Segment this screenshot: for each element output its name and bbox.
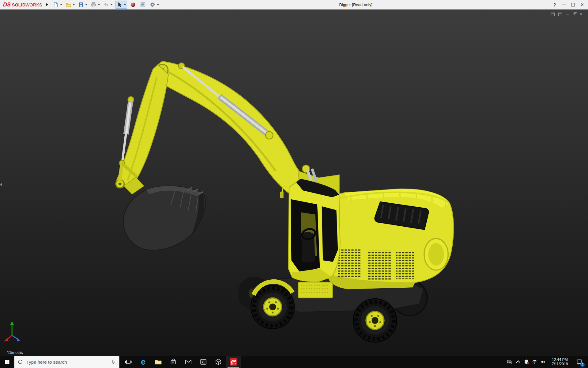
- taskbar-clock[interactable]: 12:44 PM 7/11/2018: [547, 356, 573, 368]
- close-button[interactable]: ×: [578, 0, 587, 10]
- file-properties-icon: [140, 2, 146, 8]
- taskbar-search[interactable]: [14, 356, 119, 368]
- document-window-controls: ×: [551, 12, 582, 16]
- doc-window-icon[interactable]: [551, 13, 555, 16]
- edge-icon: e: [141, 358, 145, 366]
- open-dropdown[interactable]: [73, 4, 75, 5]
- quick-access-toolbar: [52, 1, 162, 9]
- hidden-icons-button[interactable]: [514, 356, 522, 368]
- volume-button[interactable]: [539, 356, 547, 368]
- print-icon: [91, 2, 96, 8]
- task-view-button[interactable]: [121, 356, 136, 368]
- doc-restore-button[interactable]: [573, 12, 576, 16]
- notification-badge: 2: [580, 362, 585, 367]
- network-button[interactable]: [530, 356, 539, 368]
- people-icon: [506, 358, 513, 365]
- titlebar: DS SOLIDWORKS: [0, 0, 588, 10]
- clock-date: 7/11/2018: [552, 362, 568, 366]
- panel-collapse-arrow[interactable]: [0, 183, 2, 186]
- undo-dropdown[interactable]: [110, 4, 113, 5]
- save-dropdown[interactable]: [85, 4, 88, 5]
- file-explorer-icon: [154, 358, 162, 366]
- maximize-icon: [571, 3, 575, 6]
- taskbar: e 2017: [0, 356, 588, 368]
- search-input[interactable]: [26, 359, 108, 365]
- orientation-label: *Dimetric: [7, 350, 23, 355]
- solidworks-logo[interactable]: DS SOLIDWORKS: [3, 2, 42, 7]
- edge-button[interactable]: e: [136, 356, 151, 368]
- taskbar-apps: e 2017: [121, 356, 241, 368]
- orientation-triad: [4, 321, 20, 341]
- open-button[interactable]: [65, 1, 72, 8]
- search-circle-icon: [17, 359, 23, 365]
- appearance-sphere-icon: [130, 2, 136, 8]
- graphics-area[interactable]: × *Dimetric: [0, 10, 588, 356]
- doc-close-button[interactable]: ×: [580, 12, 582, 16]
- undo-button[interactable]: [103, 1, 110, 8]
- store-button[interactable]: [166, 356, 181, 368]
- store-icon: [170, 358, 177, 366]
- people-button[interactable]: [505, 356, 514, 368]
- select-cursor-icon: [117, 2, 123, 8]
- solidworks-wordmark: SOLIDWORKS: [12, 2, 42, 7]
- chevron-up-icon: [516, 360, 520, 365]
- appearance-button[interactable]: [130, 1, 137, 8]
- help-button[interactable]: ?: [550, 0, 559, 10]
- open-folder-icon: [66, 2, 71, 8]
- screen: DS SOLIDWORKS: [0, 0, 588, 368]
- undo-icon: [103, 2, 109, 8]
- select-tool-dropdown[interactable]: [124, 4, 126, 5]
- minimize-icon: [562, 5, 566, 5]
- new-document-icon: [53, 2, 59, 8]
- cube-viewer-icon: [215, 358, 222, 366]
- menu-expand-arrow-icon[interactable]: [46, 3, 48, 6]
- mail-button[interactable]: [181, 356, 196, 368]
- microphone-icon[interactable]: [111, 359, 116, 365]
- options-button[interactable]: [149, 1, 156, 8]
- mail-icon: [185, 358, 192, 366]
- maximize-button[interactable]: [568, 0, 578, 10]
- print-button[interactable]: [90, 1, 97, 8]
- save-button[interactable]: [77, 1, 85, 8]
- start-button[interactable]: [0, 356, 14, 368]
- clock-time: 12:44 PM: [552, 358, 567, 362]
- windows-logo-icon: [5, 359, 10, 365]
- console-icon: [200, 358, 207, 366]
- task-view-icon: [125, 358, 132, 366]
- select-tool-group: [115, 1, 127, 9]
- new-document-button[interactable]: [52, 1, 60, 8]
- file-explorer-button[interactable]: [151, 356, 166, 368]
- new-document-dropdown[interactable]: [60, 4, 62, 5]
- system-tray: 12:44 PM 7/11/2018 2: [505, 356, 588, 368]
- options-dropdown[interactable]: [157, 4, 159, 5]
- document-title: Digger [Read-only]: [339, 0, 372, 10]
- doc-minimize-button[interactable]: [566, 14, 569, 14]
- security-button[interactable]: [522, 356, 530, 368]
- ds-monogram-icon: DS: [3, 2, 11, 7]
- save-icon: [78, 2, 84, 8]
- solidworks-app-icon: 2017: [229, 358, 237, 366]
- minimize-button[interactable]: [559, 0, 568, 10]
- options-gear-icon: [150, 2, 156, 8]
- window-controls: ? ×: [550, 0, 587, 10]
- volume-icon: [540, 359, 546, 365]
- excavator-model: [0, 10, 588, 356]
- security-shield-icon: [523, 359, 530, 365]
- svg-text:2017: 2017: [231, 363, 236, 365]
- solidworks-app-button[interactable]: 2017: [226, 356, 241, 368]
- print-dropdown[interactable]: [98, 4, 100, 5]
- notification-center-button[interactable]: 2: [573, 356, 586, 368]
- cube-viewer-button[interactable]: [211, 356, 226, 368]
- select-tool-button[interactable]: [116, 1, 123, 8]
- console-button[interactable]: [196, 356, 211, 368]
- network-wifi-icon: [532, 359, 538, 365]
- doc-window-icon[interactable]: [558, 13, 562, 16]
- file-properties-button[interactable]: [139, 1, 147, 8]
